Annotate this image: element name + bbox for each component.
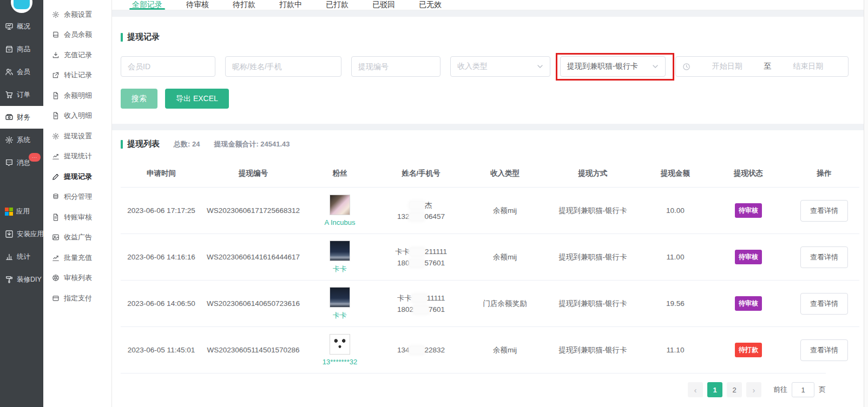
app-logo[interactable] [11,0,32,13]
income-type: 余额mij [467,206,543,216]
tab-pending-payment[interactable]: 待打款 [233,0,255,10]
sidebar-item-statistics[interactable]: 统计 [0,245,43,268]
view-details-button[interactable]: 查看详情 [800,246,848,268]
fan-nickname-link[interactable]: 卡卡 [333,311,347,321]
shop-icon [5,45,14,54]
page-button-2[interactable]: 2 [727,382,742,397]
sidebar-item-members[interactable]: 会员 [0,61,43,83]
submenu-label: 指定支付 [64,293,92,303]
submenu-item-income-details[interactable]: 收入明细 [43,106,111,126]
sidebar-item-decorate-diy[interactable]: 装修DIY [0,268,43,291]
tab-rejected[interactable]: 已驳回 [372,0,395,10]
name-phone-cell: 13422832 [375,344,467,356]
submenu-label: 余额明细 [64,91,92,101]
submenu-item-withdraw-records[interactable]: 提现记录 [43,166,111,187]
submenu-item-designated-payment[interactable]: 指定支付 [43,288,111,309]
view-details-button[interactable]: 查看详情 [800,200,848,222]
submenu-item-balance-details[interactable]: 余额明细 [43,85,111,106]
col-amount: 提现金额 [643,169,708,178]
view-details-button[interactable]: 查看详情 [800,293,848,315]
primary-nav: 概况 商品 会员 订单 财务 系统 [0,15,43,291]
apps-grid-icon [5,208,13,216]
withdraw-method: 提现到兼职猫-银行卡 [543,206,643,216]
gear-icon [5,136,14,144]
sidebar-item-system[interactable]: 系统 [0,129,43,151]
record-status-tabs: 全部记录 待审核 待打款 打款中 已打款 已驳回 已无效 [112,0,868,10]
submenu-item-member-balance[interactable]: 会员余额 [43,25,111,45]
tab-paid[interactable]: 已打款 [326,0,348,10]
paint-roller-icon [5,275,14,284]
fan-nickname-link[interactable]: 卡卡 [333,264,347,274]
submenu-item-batch-recharge[interactable]: 批量充值 [43,248,111,268]
view-details-button[interactable]: 查看详情 [800,339,848,361]
download-icon [52,51,60,59]
withdraw-amount: 19.56 [643,299,708,308]
sidebar-item-messages[interactable]: 消息 ... [0,151,43,174]
fan-nickname-link[interactable]: A Incubus [324,218,355,226]
withdraw-method-select[interactable]: 提现到兼职猫-银行卡 [560,56,666,77]
withdraw-no: WS20230606171725668312 [202,206,305,215]
page-button-1[interactable]: 1 [707,382,722,397]
name-phone-cell: 杰 13206457 [375,199,467,222]
table-header: 申请时间 提现编号 粉丝 姓名/手机号 收入类型 提现方式 提现金额 提现状态 … [121,161,859,187]
submenu-item-transfer-records[interactable]: 转让记录 [43,65,111,86]
fan-avatar [330,334,350,355]
section-title-text: 提现列表 [127,139,160,149]
submenu-label: 会员余额 [64,30,92,39]
sidebar-item-install-apps[interactable]: 安装应用 [0,223,43,245]
withdraw-amount: 11.10 [643,346,708,354]
submenu-item-points-management[interactable]: 积分管理 [43,187,111,208]
submenu-item-transfer-review[interactable]: 转账审核 [43,207,111,228]
tab-invalid[interactable]: 已无效 [419,0,442,10]
next-page-button[interactable]: › [746,382,761,397]
withdraw-no-input[interactable] [351,56,440,77]
section-title-text: 提现记录 [127,32,160,42]
prev-page-button[interactable]: ‹ [688,382,703,397]
submenu-item-revenue-ads[interactable]: 收益广告 [43,228,111,248]
nickname-input[interactable] [225,56,341,77]
sidebar-item-finance[interactable]: 财务 [0,106,43,129]
goto-page-input[interactable] [792,382,814,397]
logo-mark [14,0,30,9]
sidebar-item-orders[interactable]: 订单 [0,83,43,106]
end-date-placeholder: 结束日期 [775,62,842,71]
apply-time: 2023-06-06 14:06:50 [121,299,202,308]
date-range-picker[interactable]: 开始日期 至 结束日期 [675,56,849,77]
apply-time: 2023-06-06 17:17:25 [121,206,202,215]
search-button[interactable]: 搜索 [121,89,157,109]
chevron-down-icon [651,62,660,71]
submenu-item-withdraw-statistics[interactable]: 提现统计 [43,146,111,167]
submenu-item-balance-settings[interactable]: 余额设置 [43,4,111,25]
sidebar-label: 消息 [17,158,30,168]
member-id-input[interactable] [121,56,215,77]
tab-pending-review[interactable]: 待审核 [186,0,209,10]
sidebar-item-overview[interactable]: 概况 [0,15,43,38]
col-withdraw-no: 提现编号 [202,169,305,178]
submenu-label: 审核列表 [64,273,92,283]
vertical-scrollbar[interactable] [864,0,868,407]
document-icon [52,213,60,221]
withdraw-method: 提现到兼职猫-银行卡 [543,299,643,309]
tab-paying[interactable]: 打款中 [279,0,302,10]
fan-nickname-link[interactable]: 13*******32 [323,358,357,366]
privacy-blur [412,295,426,302]
fan-avatar [330,287,350,308]
income-type: 余额mij [467,252,543,262]
name-phone-cell: 卡卡11111 18027601 [375,292,467,315]
filter-section-title: 提现记录 [121,32,859,42]
export-excel-button[interactable]: 导出 EXCEL [165,89,229,109]
sidebar-label: 会员 [17,68,30,77]
submenu-item-recharge-records[interactable]: 充值记录 [43,45,111,65]
main-content: 全部记录 待审核 待打款 打款中 已打款 已驳回 已无效 提现记录 收入类型 [112,0,868,407]
submenu-item-withdraw-settings[interactable]: 提现设置 [43,126,111,146]
privacy-blur [410,202,424,209]
tab-all-records[interactable]: 全部记录 [132,0,162,10]
sidebar-item-products[interactable]: 商品 [0,38,43,61]
table-row: 2023-06-05 11:45:01 WS202306051145015702… [121,326,859,373]
fan-avatar [330,195,350,215]
goto-page: 前往 页 [773,382,826,397]
submenu-item-review-list[interactable]: 审核列表 [43,268,111,289]
clock-icon [682,63,691,71]
income-type-select[interactable]: 收入类型 [450,56,550,77]
sidebar-item-apps[interactable]: 应用 [0,200,43,223]
